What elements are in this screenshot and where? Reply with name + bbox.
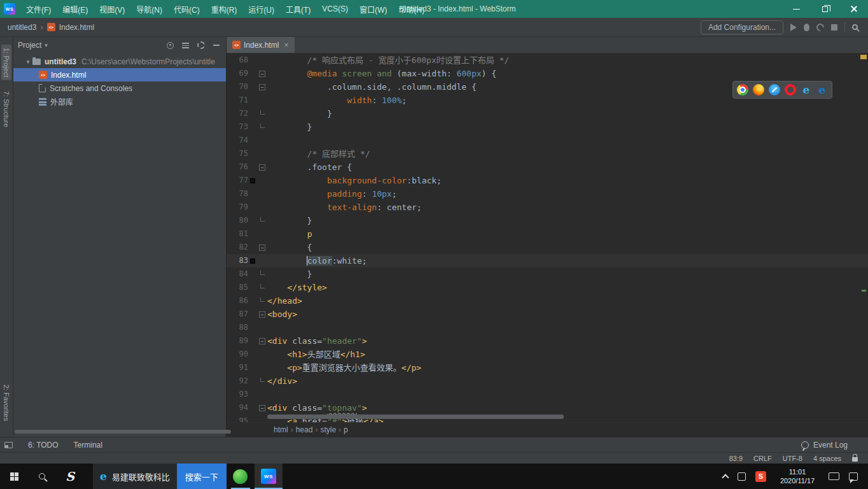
line-number[interactable]: 72 [232,107,248,120]
line-number[interactable]: 90 [232,348,248,361]
fold-icon[interactable]: − [259,71,265,77]
line-number[interactable]: 94 [232,401,248,415]
safari-icon[interactable] [769,84,780,96]
menu-item[interactable]: 文件(F) [20,0,57,18]
coverage-icon[interactable] [815,22,826,32]
code-line[interactable]: 80 } [227,214,868,227]
browser-360-button[interactable] [227,464,255,489]
line-number[interactable]: 83 [232,254,248,267]
code-editor[interactable]: 68 /* 响应式布局 - 宽度小于600px时设置上下布局 */69− @me… [227,53,868,422]
code-line[interactable]: 78 padding: 10px; [227,187,868,201]
line-number[interactable]: 92 [232,374,248,388]
sogou-browser-button[interactable]: S [56,464,84,489]
line-number[interactable]: 76 [232,160,248,174]
code-line[interactable]: 76− .footer { [227,160,868,174]
code-line[interactable]: 92</div> [227,374,868,388]
warning-stripe-mark[interactable] [860,55,867,59]
code-line[interactable]: 89−<div class="header"> [227,334,868,348]
settings-gear-icon[interactable] [197,41,205,49]
line-number[interactable]: 89 [232,334,248,348]
close-tab-icon[interactable]: × [284,40,289,50]
fold-icon[interactable]: − [259,164,265,171]
horizontal-scrollbar[interactable] [15,430,231,434]
lock-icon[interactable] [852,457,858,462]
tool-window-button[interactable]: 2: Favorites [1,381,11,424]
tree-item-scratches[interactable]: Scratches and Consoles [13,82,226,95]
line-number[interactable]: 88 [232,321,248,334]
line-number[interactable]: 93 [232,388,248,401]
breadcrumb-project[interactable]: untitled3 [8,23,36,32]
menu-item[interactable]: 编辑(E) [57,0,94,18]
code-line[interactable]: 69− @media screen and (max-width: 600px)… [227,67,868,80]
tray-expand-icon[interactable] [722,474,729,481]
fold-icon[interactable]: − [259,405,265,411]
tree-item-index-html[interactable]: Index.html [13,68,226,82]
line-number[interactable]: 77 [232,174,248,187]
menu-item[interactable]: 导航(N) [130,0,168,18]
line-number[interactable]: 85 [232,281,248,294]
code-line[interactable]: 90 <h1>头部区域</h1> [227,348,868,361]
line-number[interactable]: 95 [232,415,248,422]
chevron-down-icon[interactable]: ▾ [45,42,48,48]
code-line[interactable]: 77 background-color:black; [227,174,868,187]
tool-window-button[interactable]: 1: Project [1,45,11,80]
minimize-button[interactable] [782,0,811,18]
taskbar-search-button[interactable] [28,464,56,489]
code-line[interactable]: 93 [227,388,868,401]
webstorm-taskbar-button[interactable]: WS [255,464,283,489]
expand-arrow-icon[interactable]: ▾ [24,59,32,65]
sogou-input-icon[interactable] [755,471,766,482]
event-log-icon[interactable] [801,441,809,449]
close-button[interactable] [839,0,868,18]
code-line[interactable]: 82− { [227,241,868,254]
tree-item-external-libraries[interactable]: 外部库 [13,95,226,108]
indent-setting[interactable]: 4 spaces [813,455,841,462]
project-panel-title[interactable]: Project [18,41,41,50]
taskbar-clock[interactable]: 11:01 2020/11/17 [776,467,819,485]
caret-position[interactable]: 83:9 [729,455,743,462]
breadcrumb-item[interactable]: p [341,425,351,434]
line-number[interactable]: 87 [232,308,248,321]
menu-item[interactable]: VCS(S) [316,0,354,18]
breadcrumb-item[interactable]: style [318,425,339,434]
line-number[interactable]: 80 [232,214,248,227]
code-line[interactable]: 86</head> [227,294,868,308]
code-line[interactable]: 81 p [227,227,868,241]
fold-icon[interactable]: − [259,84,265,90]
chrome-icon[interactable] [737,84,748,96]
code-line[interactable]: 91 <p>重置浏览器大小查看效果。</p> [227,361,868,374]
collapse-all-icon[interactable] [182,43,189,48]
taskbar-search-go-button[interactable]: 搜索一下 [177,464,227,489]
code-line[interactable]: 75 /* 底部样式 */ [227,147,868,160]
line-number[interactable]: 81 [232,227,248,241]
hide-panel-icon[interactable] [213,45,220,46]
line-number[interactable]: 69 [232,67,248,80]
line-number[interactable]: 73 [232,120,248,134]
tool-window-button[interactable]: 6: TODO [28,441,59,450]
locate-file-icon[interactable] [167,42,174,49]
menu-item[interactable]: 重构(R) [206,0,243,18]
code-line[interactable]: 84 } [227,267,868,281]
start-button[interactable] [0,464,28,489]
tool-window-button[interactable]: Terminal [74,441,102,450]
menu-item[interactable]: 代码(C) [168,0,206,18]
internet-explorer-icon[interactable] [801,84,812,96]
breadcrumb-item[interactable]: html [271,425,291,434]
tool-window-button[interactable]: 7: Structure [1,88,11,131]
code-line[interactable]: 85 </style> [227,281,868,294]
line-number[interactable]: 86 [232,294,248,308]
run-icon[interactable] [790,24,797,31]
edge-icon[interactable] [816,84,828,96]
menu-item[interactable]: 工具(T) [280,0,316,18]
tool-windows-icon[interactable] [4,442,13,448]
code-line[interactable]: 79 text-align: center; [227,201,868,214]
line-number[interactable]: 74 [232,134,248,147]
line-number[interactable]: 91 [232,361,248,374]
code-line[interactable]: 73 } [227,120,868,134]
menu-item[interactable]: 运行(U) [242,0,280,18]
tree-item-project-root[interactable]: ▾ untitled3 C:\Users\acer\WebstormProjec… [13,55,226,68]
menu-item[interactable]: 视图(V) [94,0,130,18]
opera-icon[interactable] [785,84,796,96]
add-configuration-button[interactable]: Add Configuration... [701,20,783,34]
code-line[interactable]: 94−<div class="topnav"> [227,401,868,415]
